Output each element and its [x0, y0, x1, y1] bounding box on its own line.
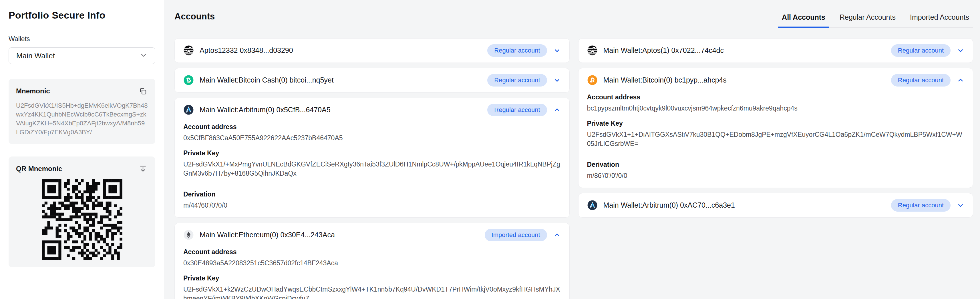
accounts-title: Accounts — [175, 11, 215, 22]
chevron-down-icon — [140, 51, 148, 60]
mnemonic-panel: Mnemonic U2FsdGVkX1/IS5Hb+dgEMvK6elkVOgK… — [9, 79, 155, 144]
accounts-main: Accounts All AccountsRegular AccountsImp… — [164, 0, 980, 299]
download-icon[interactable] — [138, 164, 148, 174]
account-address-value: 0x30E4893a5A22083251c5C3657d02fc14BF243A… — [183, 258, 561, 267]
account-title: Main Wallet:Arbitrum(0) 0x5CfB...6470A5 — [200, 106, 482, 114]
account-card-header[interactable]: Main Wallet:Arbitrum(0) 0x5CfB...6470A5R… — [183, 104, 561, 116]
account-card: Aptos12332 0x8348...d03290Regular accoun… — [175, 38, 570, 63]
account-address-value: 0x5CfBF863CaA50E755A922622AAc5237bB46470… — [183, 133, 561, 142]
account-address-label: Account address — [183, 123, 561, 131]
account-card-header[interactable]: Main Wallet:Aptos(1) 0x7022...74c4dcRegu… — [587, 44, 964, 57]
account-card-header[interactable]: Main Wallet:Ethereum(0) 0x30E4...243AcaI… — [183, 229, 561, 241]
account-address-label: Account address — [183, 248, 561, 256]
account-card: Main Wallet:Aptos(1) 0x7022...74c4dcRegu… — [578, 38, 974, 63]
account-type-badge: Regular account — [487, 44, 547, 57]
account-card: Main Wallet:Arbitrum(0) 0x5CfB...6470A5R… — [175, 98, 570, 218]
arbitrum-icon — [183, 104, 194, 115]
accounts-tabs: All AccountsRegular AccountsImported Acc… — [778, 10, 973, 28]
accounts-columns: Aptos12332 0x8348...d03290Regular accoun… — [175, 38, 973, 299]
ethereum-icon — [183, 229, 194, 240]
account-title: Main Wallet:Bitcoin(0) bc1pyp...ahcp4s — [603, 76, 885, 84]
bitcoin-icon: ₿ — [587, 75, 598, 85]
page-title: Portfolio Secure Info — [9, 10, 155, 21]
account-title: Main Wallet:Arbitrum(0) 0xAC70...c6a3e1 — [603, 201, 885, 209]
app-window: Portfolio Secure Info Wallets Main Walle… — [0, 0, 980, 299]
private-key-label: Private Key — [183, 274, 561, 282]
wallet-select[interactable]: Main Wallet — [9, 47, 155, 64]
private-key-value: U2FsdGVkX1+k2WzCzUDwOHadYwqsECbbCtmSzxxg… — [183, 285, 561, 299]
derivation-label: Derivation — [587, 161, 964, 168]
account-type-badge: Regular account — [891, 74, 951, 87]
account-card: Main Wallet:Arbitrum(0) 0xAC70...c6a3e1R… — [578, 193, 974, 218]
account-address-label: Account address — [587, 93, 964, 101]
bitcoin-cash-icon: ₿ — [183, 75, 194, 85]
account-card: ₿Main Wallet:Bitcoin Cash(0) bitcoi...nq… — [175, 68, 570, 93]
account-card: ₿Main Wallet:Bitcoin(0) bc1pyp...ahcp4sR… — [578, 68, 974, 188]
account-address-value: bc1pypszmltm0htj0cvtqyk9l00vuxcvjsm964wp… — [587, 104, 964, 113]
private-key-value: U2FsdGVkX1/+MxPmgYvnULNEcBdGKGVfZECiSeRX… — [183, 160, 561, 184]
chevron-down-icon[interactable] — [957, 47, 964, 54]
derivation-value: m/44'/60'/0'/0/0 — [183, 201, 561, 210]
aptos-icon — [587, 45, 598, 56]
tab-regular-accounts[interactable]: Regular Accounts — [835, 10, 900, 28]
account-card: Main Wallet:Ethereum(0) 0x30E4...243AcaI… — [175, 223, 570, 299]
qr-code-image — [42, 179, 123, 260]
account-card-header[interactable]: ₿Main Wallet:Bitcoin(0) bc1pyp...ahcp4sR… — [587, 74, 964, 87]
account-title: Main Wallet:Aptos(1) 0x7022...74c4dc — [603, 46, 885, 55]
account-type-badge: Regular account — [891, 44, 951, 57]
qr-mnemonic-panel: QR Mnemonic — [9, 157, 155, 267]
account-type-badge: Regular account — [891, 199, 951, 212]
chevron-down-icon[interactable] — [553, 47, 561, 54]
derivation-value: m/86'/0'/0'/0/0 — [587, 171, 964, 180]
mnemonic-label: Mnemonic — [16, 87, 50, 95]
arbitrum-icon — [587, 200, 598, 210]
account-type-badge: Regular account — [487, 104, 547, 116]
account-title: Aptos12332 0x8348...d03290 — [200, 46, 482, 55]
aptos-icon — [183, 45, 194, 56]
account-card-header[interactable]: ₿Main Wallet:Bitcoin Cash(0) bitcoi...nq… — [183, 74, 561, 87]
account-card-header[interactable]: Main Wallet:Arbitrum(0) 0xAC70...c6a3e1R… — [587, 199, 964, 212]
private-key-value: U2FsdGVkX1+1+DiAITGGXsAStiV7ku30B1QQ+EDo… — [587, 130, 964, 154]
qr-mnemonic-label: QR Mnemonic — [16, 165, 62, 173]
mnemonic-value: U2FsdGVkX1/IS5Hb+dgEMvK6elkVOgK7Bh48wxYz… — [16, 101, 148, 136]
chevron-up-icon[interactable] — [553, 231, 561, 239]
chevron-up-icon[interactable] — [957, 76, 964, 84]
private-key-label: Private Key — [587, 120, 964, 127]
private-key-label: Private Key — [183, 149, 561, 157]
account-type-badge: Regular account — [487, 74, 547, 87]
chevron-down-icon[interactable] — [553, 76, 561, 84]
tab-imported-accounts[interactable]: Imported Accounts — [906, 10, 973, 28]
account-type-badge: Imported account — [485, 229, 547, 241]
account-title: Main Wallet:Bitcoin Cash(0) bitcoi...nq5… — [200, 76, 482, 84]
account-card-header[interactable]: Aptos12332 0x8348...d03290Regular accoun… — [183, 44, 561, 57]
copy-icon[interactable] — [138, 86, 148, 96]
accounts-column-right: Main Wallet:Aptos(1) 0x7022...74c4dcRegu… — [578, 38, 974, 218]
account-title: Main Wallet:Ethereum(0) 0x30E4...243Aca — [200, 231, 479, 239]
derivation-label: Derivation — [183, 190, 561, 198]
chevron-down-icon[interactable] — [957, 202, 964, 209]
tab-all-accounts[interactable]: All Accounts — [778, 10, 829, 28]
chevron-up-icon[interactable] — [553, 106, 561, 114]
accounts-column-left: Aptos12332 0x8348...d03290Regular accoun… — [175, 38, 570, 299]
wallets-label: Wallets — [9, 35, 155, 43]
sidebar: Portfolio Secure Info Wallets Main Walle… — [0, 0, 164, 299]
wallet-select-value: Main Wallet — [16, 51, 55, 60]
